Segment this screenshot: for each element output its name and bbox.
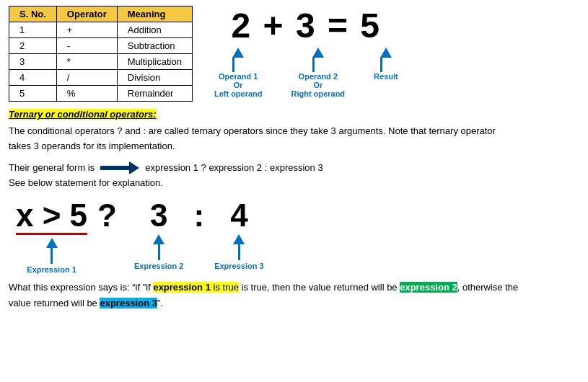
table-cell-op: + [56, 22, 117, 38]
expression3-highlight: expression 3 [100, 298, 157, 308]
table-cell-meaning: Remainder [117, 86, 192, 102]
see-below-text: See below statement for explanation. [9, 177, 579, 188]
general-form-prefix: Their general form is [9, 162, 95, 173]
expression1-label: Expression 1 [27, 265, 76, 274]
main-expression: 2 + 3 = 5 [232, 9, 382, 43]
expression2-highlight: expression 2 [400, 282, 457, 293]
table-cell-num: 2 [9, 38, 57, 54]
bottom-text5: ”. [157, 298, 163, 308]
expression2-arrow [153, 234, 164, 260]
ternary-description: The conditional operators ? and : are ca… [9, 124, 579, 154]
table-cell-meaning: Multiplication [117, 54, 192, 70]
expression3-label: Expression 3 [214, 262, 263, 270]
table-cell-meaning: Division [117, 70, 192, 86]
operators-table: S. No. Operator Meaning 1+Addition2-Subt… [9, 6, 193, 102]
expression1-block: x > 5 Expression 1 [16, 200, 87, 274]
expression3-value: 4 [230, 200, 247, 231]
col-header-operator: Operator [56, 6, 117, 22]
bottom-text1: What this expression says is: “if [9, 282, 143, 293]
operand2-label: Operand 2 Or Right operand [291, 72, 346, 98]
result-label: Result [374, 72, 398, 81]
expression1-value: x > 5 [16, 200, 87, 235]
top-section: S. No. Operator Meaning 1+Addition2-Subt… [9, 6, 579, 102]
ternary-diagram: x > 5 Expression 1 ? 3 Expression 2 : 4 … [16, 200, 579, 274]
result-arrow [380, 48, 392, 72]
col-header-sno: S. No. [9, 6, 57, 22]
bottom-text3: , otherwise the [457, 282, 519, 293]
table-row: 4/Division [9, 70, 193, 86]
general-form: Their general form is expression 1 ? exp… [9, 161, 579, 174]
ternary-heading: Ternary or conditional operators: [9, 109, 579, 120]
expression3-arrow [233, 234, 245, 260]
table-cell-num: 5 [9, 86, 57, 102]
operand2-arrow [312, 48, 324, 72]
expression1-highlight: expression 1 [153, 282, 211, 293]
expression1-arrow [46, 238, 58, 264]
right-arrow-icon [100, 161, 139, 174]
expression2-value: 3 [150, 200, 167, 231]
expression3-block: 4 Expression 3 [214, 200, 263, 270]
table-row: 2-Subtraction [9, 38, 193, 54]
expression-diagram: 2 + 3 = 5 Operand 1 Or Left operand [214, 6, 398, 98]
is-true-text: is true [211, 282, 239, 293]
operand1-label: Operand 1 Or Left operand [214, 72, 263, 98]
bottom-text2: is true, then the value returned will be [239, 282, 400, 293]
table-cell-op: * [56, 54, 117, 70]
table-cell-op: / [56, 70, 117, 86]
colon: : [193, 200, 204, 231]
table-cell-meaning: Addition [117, 22, 192, 38]
expression2-block: 3 Expression 2 [134, 200, 183, 270]
table-cell-num: 1 [9, 22, 57, 38]
table-row: 1+Addition [9, 22, 193, 38]
table-cell-meaning: Subtraction [117, 38, 192, 54]
col-header-meaning: Meaning [117, 6, 192, 22]
table-cell-num: 4 [9, 70, 57, 86]
operand1-arrow [232, 48, 244, 72]
general-form-suffix: expression 1 ? expression 2 : expression… [145, 162, 322, 173]
table-cell-op: % [56, 86, 117, 102]
quote-open: "if [143, 282, 154, 293]
table-row: 5%Remainder [9, 86, 193, 102]
table-cell-op: - [56, 38, 117, 54]
expression2-label: Expression 2 [134, 262, 183, 270]
table-cell-num: 3 [9, 54, 57, 70]
bottom-explanation: What this expression says is: “if "if ex… [9, 280, 579, 311]
table-row: 3*Multiplication [9, 54, 193, 70]
question-mark: ? [97, 200, 117, 231]
bottom-text4: value returned will be [9, 298, 100, 308]
